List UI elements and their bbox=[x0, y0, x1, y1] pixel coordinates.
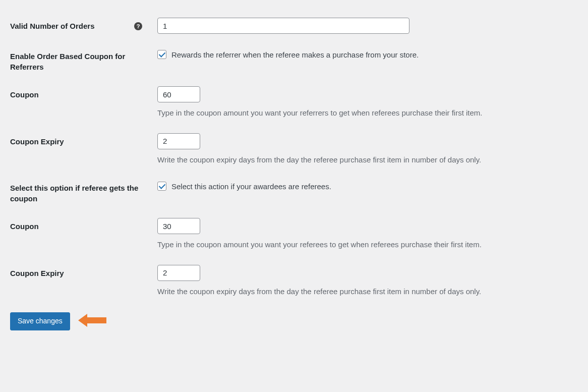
field-col: Write the coupon expiry days from the da… bbox=[157, 133, 578, 166]
row-referee-coupon: Coupon Type in the coupon amount you wan… bbox=[10, 218, 578, 251]
referee-coupon-label: Coupon bbox=[10, 221, 39, 232]
label-col: Coupon bbox=[10, 218, 157, 232]
row-referee-coupon-expiry: Coupon Expiry Write the coupon expiry da… bbox=[10, 265, 578, 298]
referee-coupon-expiry-desc: Write the coupon expiry days from the da… bbox=[157, 286, 578, 298]
referee-option-desc: Select this action if your awardees are … bbox=[171, 182, 331, 191]
submit-row: Save changes bbox=[10, 312, 578, 330]
field-col: Type in the coupon amount you want your … bbox=[157, 86, 578, 119]
field-col: Rewards the referrer when the referee ma… bbox=[157, 48, 578, 59]
arrow-left-icon bbox=[78, 313, 106, 329]
referee-coupon-desc: Type in the coupon amount you want your … bbox=[157, 239, 578, 251]
referee-coupon-expiry-label: Coupon Expiry bbox=[10, 268, 64, 278]
checkbox-row: Rewards the referrer when the referee ma… bbox=[157, 48, 578, 59]
checkbox-row: Select this action if your awardees are … bbox=[157, 180, 578, 191]
label-col: Coupon Expiry bbox=[10, 133, 157, 147]
referee-option-checkbox[interactable] bbox=[157, 182, 166, 191]
row-referee-option: Select this option if referee gets the c… bbox=[10, 180, 578, 204]
label-col: Valid Number of Orders ? bbox=[10, 18, 157, 31]
help-icon[interactable]: ? bbox=[134, 22, 142, 30]
label-col: Enable Order Based Coupon for Referrers bbox=[10, 48, 157, 72]
referrer-coupon-expiry-desc: Write the coupon expiry days from the da… bbox=[157, 154, 578, 166]
referrer-coupon-label: Coupon bbox=[10, 89, 39, 100]
field-col bbox=[157, 18, 578, 34]
valid-orders-label: Valid Number of Orders bbox=[10, 21, 95, 31]
enable-order-coupon-checkbox[interactable] bbox=[157, 50, 166, 59]
row-referrer-coupon: Coupon Type in the coupon amount you wan… bbox=[10, 86, 578, 119]
enable-order-coupon-desc: Rewards the referrer when the referee ma… bbox=[171, 50, 419, 59]
referrer-coupon-expiry-input[interactable] bbox=[157, 133, 200, 149]
field-col: Select this action if your awardees are … bbox=[157, 180, 578, 191]
settings-form: Valid Number of Orders ? Enable Order Ba… bbox=[10, 18, 578, 330]
label-col: Coupon Expiry bbox=[10, 265, 157, 278]
referee-coupon-expiry-input[interactable] bbox=[157, 265, 200, 281]
referrer-coupon-expiry-label: Coupon Expiry bbox=[10, 136, 64, 147]
row-valid-orders: Valid Number of Orders ? bbox=[10, 18, 578, 34]
row-referrer-coupon-expiry: Coupon Expiry Write the coupon expiry da… bbox=[10, 133, 578, 166]
enable-order-coupon-label: Enable Order Based Coupon for Referrers bbox=[10, 51, 147, 72]
save-changes-button[interactable]: Save changes bbox=[10, 312, 70, 330]
referee-coupon-input[interactable] bbox=[157, 218, 200, 234]
field-col: Type in the coupon amount you want your … bbox=[157, 218, 578, 251]
valid-orders-input[interactable] bbox=[157, 18, 409, 34]
label-col: Coupon bbox=[10, 86, 157, 100]
label-col: Select this option if referee gets the c… bbox=[10, 180, 157, 204]
referrer-coupon-desc: Type in the coupon amount you want your … bbox=[157, 107, 578, 119]
row-enable-order-coupon: Enable Order Based Coupon for Referrers … bbox=[10, 48, 578, 72]
referrer-coupon-input[interactable] bbox=[157, 86, 200, 102]
referee-option-label: Select this option if referee gets the c… bbox=[10, 183, 147, 204]
field-col: Write the coupon expiry days from the da… bbox=[157, 265, 578, 298]
